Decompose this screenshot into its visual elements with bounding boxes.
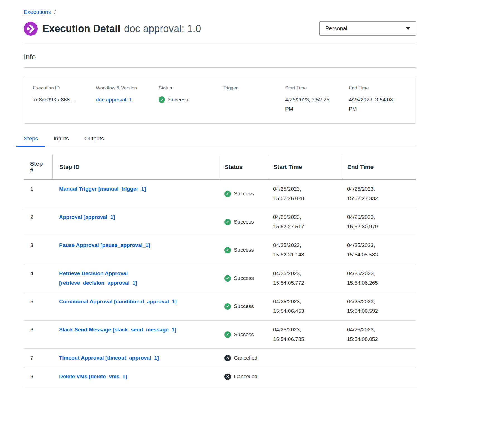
title-row: Execution Detail doc approval: 1.0 Perso… xyxy=(24,21,416,36)
status-badge: Success xyxy=(224,273,254,283)
tab-inputs[interactable]: Inputs xyxy=(46,135,76,147)
row-start-time: 04/25/2023, 15:52:26.028 xyxy=(268,180,342,208)
row-end-time: 04/25/2023, 15:54:06.265 xyxy=(342,264,416,292)
page-subtitle: doc approval: 1.0 xyxy=(124,23,201,35)
trigger-label: Trigger xyxy=(223,85,281,91)
steps-table: Step # Step ID Status Start Time End Tim… xyxy=(24,155,416,386)
table-row: 5 Conditional Approval [conditional_appr… xyxy=(24,292,416,321)
step-id-link[interactable]: Timeout Approval [timeout_approval_1] xyxy=(59,355,159,361)
col-header-start-time: Start Time xyxy=(268,155,342,179)
status-success-icon xyxy=(224,331,231,338)
step-id-link[interactable]: Slack Send Message [slack_send_message_1… xyxy=(59,327,176,333)
status-text: Success xyxy=(234,330,254,339)
step-number-cell: 2 xyxy=(24,208,52,236)
chevron-down-icon xyxy=(406,27,410,30)
row-start-time: 04/25/2023, 15:52:31.148 xyxy=(268,236,342,264)
col-header-end-time: End Time xyxy=(342,155,416,179)
end-time-value: 4/25/2023, 3:54:08 PM xyxy=(349,95,402,113)
row-start-time: 04/25/2023, 15:52:27.517 xyxy=(268,208,342,236)
start-time-field: Start Time 4/25/2023, 3:52:25 PM xyxy=(285,85,349,113)
row-start-time xyxy=(268,367,342,386)
table-row: 3 Pause Approval [pause_approval_1] Succ… xyxy=(24,236,416,264)
step-number-cell: 1 xyxy=(24,180,52,208)
status-badge: Success xyxy=(224,302,254,311)
title-divider xyxy=(24,43,416,43)
status-badge: Success xyxy=(224,245,254,255)
step-number-cell: 3 xyxy=(24,236,52,264)
table-row: 7 Timeout Approval [timeout_approval_1] … xyxy=(24,349,416,367)
status-text: Success xyxy=(234,273,254,283)
status-text: Cancelled xyxy=(234,353,258,363)
status-success-icon xyxy=(224,191,231,197)
status-badge: Success xyxy=(224,217,254,227)
info-divider xyxy=(24,67,416,68)
row-end-time: 04/25/2023, 15:52:30.979 xyxy=(342,208,416,236)
status-label: Status xyxy=(159,85,218,91)
end-time-field: End Time 4/25/2023, 3:54:08 PM xyxy=(349,85,410,113)
status-success-icon xyxy=(224,303,231,310)
status-text: Cancelled xyxy=(234,372,258,381)
info-card: Execution ID 7e8ac396-a868-... Workflow … xyxy=(24,77,416,124)
status-badge: Cancelled xyxy=(224,372,258,381)
step-id-link[interactable]: Retrieve Decision Approval [retrieve_dec… xyxy=(59,270,137,286)
workflow-version-field: Workflow & Version doc approval: 1 xyxy=(96,85,159,104)
step-id-link[interactable]: Pause Approval [pause_approval_1] xyxy=(59,242,150,248)
status-success-icon xyxy=(224,219,231,225)
status-text: Success xyxy=(234,189,254,198)
info-section-title: Info xyxy=(24,53,416,61)
breadcrumb: Executions / xyxy=(24,9,416,15)
row-start-time: 04/25/2023, 15:54:05.772 xyxy=(268,264,342,292)
table-row: 2 Approval [approval_1] Success 04/25/20… xyxy=(24,208,416,236)
execution-id-field: Execution ID 7e8ac396-a868-... xyxy=(33,85,96,104)
status-success-icon xyxy=(159,96,165,103)
table-row: 6 Slack Send Message [slack_send_message… xyxy=(24,321,416,349)
status-field: Status Success xyxy=(159,85,223,104)
workflow-version-label: Workflow & Version xyxy=(96,85,154,91)
row-end-time xyxy=(342,367,416,386)
start-time-value: 4/25/2023, 3:52:25 PM xyxy=(285,95,339,113)
row-end-time xyxy=(342,349,416,367)
tab-steps[interactable]: Steps xyxy=(16,135,45,147)
steps-table-body: 1 Manual Trigger [manual_trigger_1] Succ… xyxy=(24,180,416,386)
trigger-field: Trigger xyxy=(223,85,285,95)
table-row: 1 Manual Trigger [manual_trigger_1] Succ… xyxy=(24,180,416,208)
step-number-cell: 6 xyxy=(24,321,52,348)
detail-tabs: Steps Inputs Outputs xyxy=(16,135,416,147)
start-time-label: Start Time xyxy=(285,85,344,91)
table-row: 8 Delete VMs [delete_vms_1] Cancelled xyxy=(24,367,416,386)
scope-select-dropdown[interactable]: Personal xyxy=(319,21,416,36)
status-badge: Success xyxy=(224,330,254,339)
end-time-label: End Time xyxy=(349,85,406,91)
row-end-time: 04/25/2023, 15:54:06.592 xyxy=(342,292,416,320)
step-id-link[interactable]: Approval [approval_1] xyxy=(59,214,115,220)
table-row: 4 Retrieve Decision Approval [retrieve_d… xyxy=(24,264,416,292)
status-success-icon xyxy=(224,275,231,282)
step-id-link[interactable]: Delete VMs [delete_vms_1] xyxy=(59,374,127,379)
steps-table-header: Step # Step ID Status Start Time End Tim… xyxy=(24,155,416,180)
step-number-cell: 8 xyxy=(24,367,52,386)
step-number-cell: 4 xyxy=(24,264,52,292)
status-badge: Cancelled xyxy=(224,353,258,363)
step-id-link[interactable]: Conditional Approval [conditional_approv… xyxy=(59,299,177,304)
status-cancelled-icon xyxy=(224,355,231,361)
execution-id-value: 7e8ac396-a868-... xyxy=(33,95,91,104)
status-text: Success xyxy=(234,217,254,227)
breadcrumb-executions-link[interactable]: Executions xyxy=(24,9,51,15)
step-number-cell: 7 xyxy=(24,349,52,367)
status-value: Success xyxy=(168,95,188,104)
row-end-time: 04/25/2023, 15:52:27.332 xyxy=(342,180,416,208)
page-title: Execution Detail xyxy=(42,23,120,35)
status-success-icon xyxy=(224,247,231,253)
workflow-version-link[interactable]: doc approval: 1 xyxy=(96,97,132,103)
col-header-step-number: Step # xyxy=(24,155,52,179)
row-end-time: 04/25/2023, 15:54:08.052 xyxy=(342,321,416,348)
step-id-link[interactable]: Manual Trigger [manual_trigger_1] xyxy=(59,186,146,192)
row-start-time xyxy=(268,349,342,367)
step-number-cell: 5 xyxy=(24,292,52,320)
status-text: Success xyxy=(234,245,254,255)
tab-outputs[interactable]: Outputs xyxy=(77,135,111,147)
scope-select-value: Personal xyxy=(325,25,347,32)
breadcrumb-separator: / xyxy=(54,9,56,15)
row-end-time: 04/25/2023, 15:54:05.583 xyxy=(342,236,416,264)
status-cancelled-icon xyxy=(224,374,231,380)
